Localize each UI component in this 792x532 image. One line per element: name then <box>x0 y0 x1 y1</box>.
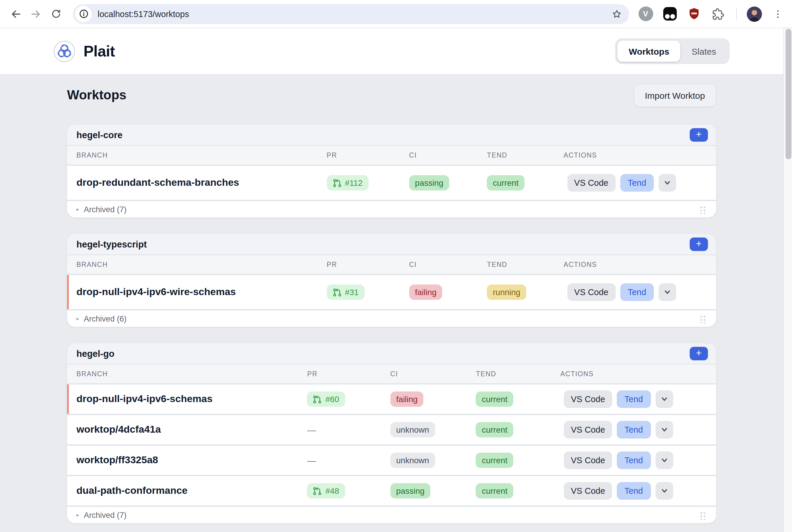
tab-slates[interactable]: Slates <box>681 41 727 62</box>
vscode-button[interactable]: VS Code <box>567 283 615 301</box>
add-worktop-button[interactable]: + <box>690 347 708 360</box>
tab-worktops[interactable]: Worktops <box>618 41 681 62</box>
address-bar[interactable]: localhost:5173/worktops <box>73 4 629 24</box>
dark-extension-button[interactable] <box>661 5 678 22</box>
column-tend: TEND <box>476 370 560 377</box>
collapsed-triangle-icon: ▸ <box>76 206 79 212</box>
add-worktop-button[interactable]: + <box>690 238 708 251</box>
kebab-menu-icon <box>773 8 783 19</box>
back-arrow-icon <box>10 8 22 20</box>
profile-avatar[interactable] <box>747 6 762 21</box>
tend-button[interactable]: Tend <box>617 390 650 408</box>
table-row: drop-null-ipv4-ipv6-wire-schemas #31 fai… <box>67 275 716 310</box>
vscode-button[interactable]: VS Code <box>564 452 612 469</box>
row-actions: VS Code Tend <box>560 390 716 408</box>
row-actions: VS Code Tend <box>564 283 716 301</box>
page-title: Worktops <box>67 88 127 103</box>
reload-button[interactable] <box>46 4 66 24</box>
archived-toggle[interactable]: ▸ Archived (6) <box>67 310 716 327</box>
chevron-down-icon <box>661 457 668 464</box>
row-actions: VS Code Tend <box>560 482 716 500</box>
tend-button[interactable]: Tend <box>617 452 650 469</box>
vimium-extension-button[interactable]: V <box>637 5 654 22</box>
table-row: worktop/4dcfa41a — unknown current VS Co… <box>67 415 716 445</box>
shield-extension-button[interactable] <box>685 5 702 22</box>
pr-empty: — <box>307 425 391 435</box>
avatar-image <box>747 6 762 21</box>
column-pr: PR <box>327 261 409 268</box>
extensions-menu-button[interactable] <box>710 5 726 22</box>
column-ci: CI <box>391 370 476 377</box>
drag-handle-icon[interactable] <box>700 314 705 323</box>
browser-toolbar: localhost:5173/worktops V <box>0 0 792 28</box>
pr-empty: — <box>307 455 391 465</box>
table-row: drop-null-ipv4-ipv6-schemas #60 failing … <box>67 384 716 415</box>
column-ci: CI <box>409 152 487 159</box>
toolbar-divider <box>736 7 737 20</box>
worktop-table: BRANCH PR CI TEND ACTIONS drop-redundant… <box>67 146 716 217</box>
pr-badge[interactable]: #48 <box>307 483 345 498</box>
main-content: Worktops Import Worktop hegel-core + BRA… <box>0 83 783 523</box>
browser-menu-button[interactable] <box>770 5 786 22</box>
tend-button[interactable]: Tend <box>617 482 650 500</box>
vscode-button[interactable]: VS Code <box>567 174 615 192</box>
back-button[interactable] <box>6 4 26 24</box>
row-menu-button[interactable] <box>655 421 673 439</box>
git-pull-request-icon <box>333 288 341 297</box>
archived-toggle[interactable]: ▸ Archived (7) <box>67 201 716 217</box>
worktop-card-hegel-core: hegel-core + BRANCH PR CI TEND ACTIONS d… <box>67 125 716 217</box>
import-worktop-button[interactable]: Import Worktop <box>634 83 716 107</box>
ci-status-badge: failing <box>391 392 423 407</box>
git-pull-request-icon <box>313 395 322 403</box>
vscode-button[interactable]: VS Code <box>564 482 612 500</box>
row-menu-button[interactable] <box>655 482 673 500</box>
git-pull-request-icon <box>333 178 341 187</box>
shield-extension-icon <box>687 7 701 21</box>
bookmark-button[interactable] <box>611 8 622 19</box>
tend-status-badge: current <box>476 392 513 407</box>
pr-badge[interactable]: #112 <box>327 175 369 190</box>
pr-badge[interactable]: #31 <box>327 285 364 300</box>
tend-button[interactable]: Tend <box>620 174 654 192</box>
branch-name: worktop/4dcfa41a <box>67 424 307 436</box>
site-info-button[interactable] <box>75 5 92 22</box>
page-scrollbar[interactable] <box>783 28 792 532</box>
collapsed-triangle-icon: ▸ <box>76 316 79 322</box>
pr-badge[interactable]: #60 <box>307 392 345 407</box>
branch-name: drop-null-ipv4-ipv6-wire-schemas <box>67 286 327 298</box>
tend-button[interactable]: Tend <box>617 421 650 439</box>
view-toggle: Worktops Slates <box>615 38 730 64</box>
tend-status-badge: current <box>476 483 513 498</box>
chevron-down-icon <box>661 396 668 403</box>
vscode-button[interactable]: VS Code <box>564 421 612 439</box>
tend-status-badge: running <box>487 285 526 300</box>
drag-handle-icon[interactable] <box>700 511 705 519</box>
tend-status-badge: current <box>476 453 513 468</box>
drag-handle-icon[interactable] <box>700 205 705 214</box>
card-header: hegel-go + <box>67 343 716 364</box>
chevron-down-icon <box>664 179 671 186</box>
page-head: Worktops Import Worktop <box>67 83 716 107</box>
add-worktop-button[interactable]: + <box>690 128 708 142</box>
card-header: hegel-core + <box>67 125 716 146</box>
forward-button[interactable] <box>26 4 46 24</box>
tend-status-badge: current <box>487 175 525 190</box>
ci-status-badge: unknown <box>391 422 435 437</box>
row-menu-button[interactable] <box>655 452 673 469</box>
tend-button[interactable]: Tend <box>620 283 654 301</box>
forward-arrow-icon <box>30 8 42 20</box>
column-branch: BRANCH <box>67 370 307 377</box>
row-menu-button[interactable] <box>655 390 673 408</box>
git-pull-request-icon <box>313 487 322 495</box>
chevron-down-icon <box>664 289 671 296</box>
archived-toggle[interactable]: ▸ Archived (7) <box>67 507 716 523</box>
row-menu-button[interactable] <box>659 174 676 192</box>
row-menu-button[interactable] <box>659 283 676 301</box>
column-actions: ACTIONS <box>564 152 716 159</box>
vscode-button[interactable]: VS Code <box>564 390 612 408</box>
column-tend: TEND <box>487 261 564 268</box>
worktop-card-hegel-go: hegel-go + BRANCH PR CI TEND ACTIONS dro… <box>67 343 716 523</box>
column-tend: TEND <box>487 152 564 159</box>
scrollbar-thumb[interactable] <box>785 29 791 159</box>
archived-label: Archived (7) <box>84 511 127 519</box>
